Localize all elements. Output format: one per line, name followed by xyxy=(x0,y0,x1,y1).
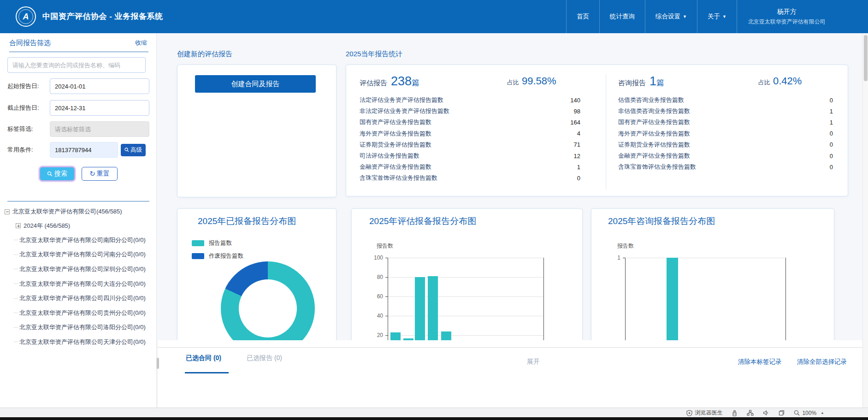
expand-expander-icon[interactable] xyxy=(16,223,21,228)
gridline xyxy=(388,296,543,297)
stat-value: 0 xyxy=(830,130,833,137)
start-date-field[interactable] xyxy=(50,78,149,94)
advanced-button-label: 高级 xyxy=(130,146,142,154)
tree-branch-label: 北京亚太联华资产评估有限公司贵州分公司(0/0) xyxy=(19,309,146,317)
scrollbar-thumb[interactable] xyxy=(864,35,868,81)
tree-root-node[interactable]: 北京亚太联华资产评估有限公司(456/585) xyxy=(5,205,155,219)
eval-report-rows: 法定评估业务资产评估报告篇数140非法定评估业务资产评估报告篇数98国有资产评估… xyxy=(360,95,580,184)
tab-selected-contracts[interactable]: 已选合同 (0) xyxy=(186,354,221,362)
donut-chart-title: 2025年已报备报告分布图 xyxy=(198,215,296,227)
clear-tab-records-link[interactable]: 清除本标签记录 xyxy=(738,358,782,366)
gridline xyxy=(388,258,543,258)
stat-row: 金融资产评估业务报告篇数1 xyxy=(360,161,580,172)
y-tick-label: 20 xyxy=(367,332,383,338)
end-date-field[interactable] xyxy=(50,100,149,116)
stat-label: 金融资产评估业务报告篇数 xyxy=(618,152,690,160)
stat-label: 非估值类咨询业务报告篇数 xyxy=(618,107,690,115)
search-button[interactable]: 搜索 xyxy=(39,166,75,181)
panel-drag-handle[interactable] xyxy=(157,358,159,369)
user-menu[interactable]: 杨开方北京亚太联华资产评估有限公司 xyxy=(737,0,837,33)
ratio-value: 0.42% xyxy=(773,75,802,87)
tree-branch-node[interactable]: 北京亚太联华资产评估有限公司大连分公司(0/0) xyxy=(5,277,155,291)
collapse-expander-icon[interactable] xyxy=(5,209,10,214)
tree-branch-node[interactable]: 北京亚太联华资产评估有限公司深圳分公司(0/0) xyxy=(5,262,155,277)
tree-branch-node[interactable]: 北京亚太联华资产评估有限公司洛阳分公司(0/0) xyxy=(5,320,155,335)
stat-value: 12 xyxy=(574,153,580,160)
stat-value: 0 xyxy=(830,97,833,104)
tree-branch-label: 北京亚太联华资产评估有限公司天津分公司(0/0) xyxy=(19,338,146,346)
nav-item-综合设置[interactable]: 综合设置▼ xyxy=(645,0,697,33)
nav-item-关于[interactable]: 关于▼ xyxy=(697,0,737,33)
ratio-label: 占比 xyxy=(758,78,770,87)
tree-branch-node[interactable]: 北京亚太联华资产评估有限公司天津分公司(0/0) xyxy=(5,335,155,349)
cleaner-icon[interactable] xyxy=(732,410,738,416)
expand-link[interactable]: 展开 xyxy=(527,358,540,366)
y-tick-label: 40 xyxy=(367,313,383,319)
tree-branch-node[interactable]: 北京亚太联华资产评估有限公司四川分公司(0/0) xyxy=(5,291,155,306)
stat-label: 非法定评估业务资产评估报告篇数 xyxy=(360,107,449,115)
consult-bar-chart-title: 2025年咨询报备报告分布图 xyxy=(608,215,715,227)
collapse-link[interactable]: 收缩 xyxy=(135,39,147,47)
eval-report-count: 238 xyxy=(391,74,412,89)
browser-doctor-button[interactable]: 浏览器医生 xyxy=(686,409,722,417)
common-condition-label: 常用条件: xyxy=(7,146,50,154)
bar xyxy=(428,276,438,342)
donut-chart xyxy=(221,261,315,342)
tree-year-node[interactable]: 2024年 (456/585) xyxy=(5,219,155,233)
create-contract-report-button[interactable]: 创建合同及报告 xyxy=(195,75,316,93)
zoom-control[interactable]: 100% ▲ xyxy=(794,410,824,416)
tree-branch-node[interactable]: 北京亚太联华资产评估有限公司贵州分公司(0/0) xyxy=(5,306,155,320)
top-navbar: A 中国资产评估协会 - 业务报备系统 首页统计查询综合设置▼关于▼杨开方北京亚… xyxy=(0,0,868,33)
stat-value: 0 xyxy=(830,141,833,148)
stat-row: 证券期货业务评估报告篇数0 xyxy=(618,139,833,150)
page-scrollbar[interactable] xyxy=(862,33,868,408)
stat-value: 1 xyxy=(830,119,833,126)
consult-report-headline: 咨询报告 1 篇 xyxy=(618,74,664,89)
tag-filter-field[interactable] xyxy=(50,121,149,137)
legend-item[interactable]: 报告篇数 xyxy=(192,237,243,249)
tree-branch-label: 北京亚太联华资产评估有限公司大连分公司(0/0) xyxy=(19,280,146,288)
browser-status-bar: 浏览器医生 100% ▲ xyxy=(0,408,868,417)
reset-button[interactable]: ↻ 重置 xyxy=(82,167,118,181)
stat-row: 证券期货业务评估报告篇数71 xyxy=(360,139,580,150)
speaker-icon[interactable] xyxy=(763,410,769,416)
consult-report-count: 1 xyxy=(650,74,656,89)
bar xyxy=(667,258,678,342)
common-condition-field[interactable] xyxy=(50,142,118,158)
tree-branch-label: 北京亚太联华资产评估有限公司洛阳分公司(0/0) xyxy=(19,323,146,331)
consult-bar-chart-card: 2025年咨询报备报告分布图 报告数 1 xyxy=(591,208,834,342)
stat-row: 非法定评估业务资产评估报告篇数98 xyxy=(360,106,580,117)
window-bottom-edge xyxy=(0,417,868,420)
y-axis-line xyxy=(388,258,388,342)
legend-item[interactable]: 作废报告篇数 xyxy=(192,249,243,262)
tab-label: 已选报告 xyxy=(247,354,272,361)
stat-label: 司法评估业务报告篇数 xyxy=(360,152,419,160)
nav-item-首页[interactable]: 首页 xyxy=(566,0,599,33)
tree-year-label: 2024年 (456/585) xyxy=(24,222,70,230)
nav-item-统计查询[interactable]: 统计查询 xyxy=(599,0,645,33)
tab-selected-reports[interactable]: 已选报告 (0) xyxy=(247,354,282,362)
tree-branch-node[interactable]: 北京亚太联华资产评估有限公司河南分公司(0/0) xyxy=(5,248,155,262)
consult-report-ratio: 占比 0.42% xyxy=(758,75,802,87)
consult-report-label: 咨询报告 xyxy=(618,79,646,88)
advanced-button[interactable]: 高级 xyxy=(121,144,146,156)
stat-label: 证券期货业务评估报告篇数 xyxy=(618,141,690,149)
y-axis-label: 报告数 xyxy=(617,242,634,250)
clear-all-records-link[interactable]: 清除全部选择记录 xyxy=(797,358,847,366)
window-restore-icon[interactable] xyxy=(779,410,785,416)
tree-branch-node[interactable]: 北京亚太联华资产评估有限公司南阳分公司(0/0) xyxy=(5,233,155,248)
stat-value: 71 xyxy=(574,141,580,148)
network-icon[interactable] xyxy=(747,410,754,416)
stat-label: 海外资产评估业务报告篇数 xyxy=(360,130,431,138)
stat-value: 1 xyxy=(830,108,833,115)
reset-button-label: 重置 xyxy=(97,170,110,178)
main-nav: 首页统计查询综合设置▼关于▼杨开方北京亚太联华资产评估有限公司 xyxy=(566,0,837,33)
refresh-icon: ↻ xyxy=(89,170,95,178)
logo-letter: A xyxy=(18,9,33,24)
y-tick-label: 100 xyxy=(367,254,383,261)
search-input[interactable] xyxy=(7,57,146,73)
bar xyxy=(415,277,425,342)
tree-branch-label: 北京亚太联华资产评估有限公司四川分公司(0/0) xyxy=(19,294,146,302)
nav-item-label: 首页 xyxy=(577,12,589,21)
stat-label: 国有资产评估业务报告篇数 xyxy=(360,118,431,126)
